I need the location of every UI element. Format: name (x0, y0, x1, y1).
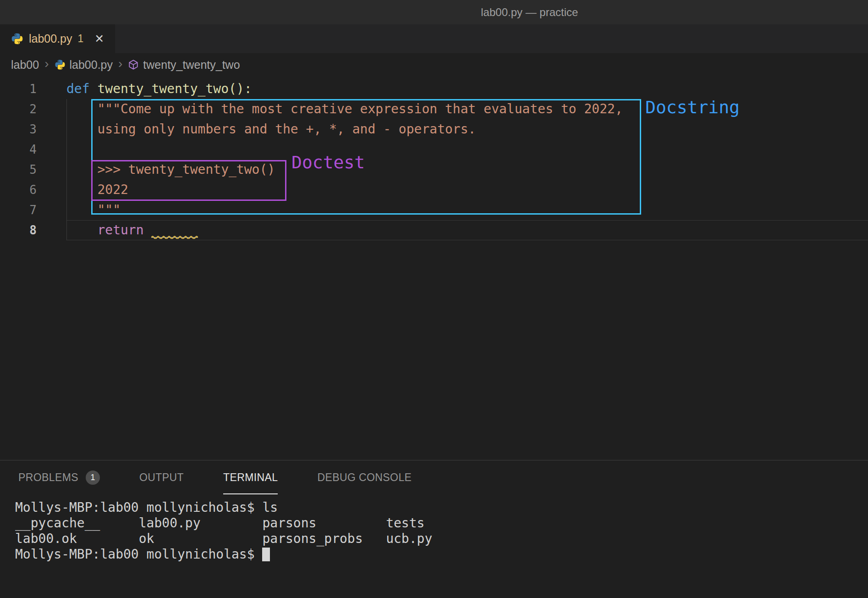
docstring-text: using only numbers and the +, *, and - o… (66, 122, 476, 137)
terminal-line: __pycache__ lab00.py parsons tests (15, 515, 868, 531)
line-number: 5 (29, 163, 37, 177)
breadcrumb-folder[interactable]: lab00 (11, 58, 39, 72)
terminal-prompt: Mollys-MBP:lab00 mollynicholas$ (15, 547, 262, 562)
tab-lab00-py[interactable]: lab00.py 1 ✕ (0, 24, 115, 53)
code-text: using only numbers and the +, *, and - o… (66, 119, 868, 139)
doctest-expected-output: 2022 (66, 182, 128, 197)
bottom-panel: PROBLEMS 1 OUTPUT TERMINAL DEBUG CONSOLE… (0, 460, 868, 598)
close-icon[interactable]: ✕ (94, 32, 104, 45)
panel-tab-label: PROBLEMS (18, 471, 78, 484)
code-text: return ______ (66, 220, 868, 240)
panel-tab-label: TERMINAL (223, 471, 278, 484)
code-line: 3 using only numbers and the +, *, and -… (0, 119, 868, 139)
breadcrumb-file[interactable]: lab00.py (55, 58, 113, 72)
panel-tab-bar: PROBLEMS 1 OUTPUT TERMINAL DEBUG CONSOLE (0, 460, 868, 494)
chevron-right-icon: › (44, 57, 49, 72)
tab-filename: lab00.py (29, 32, 72, 45)
tab-warning-badge: 1 (78, 33, 84, 45)
function-signature: twenty_twenty_two(): (90, 81, 252, 96)
panel-tab-label: OUTPUT (139, 471, 184, 484)
docstring-text: """Come up with the most creative expres… (66, 101, 623, 116)
problems-count-badge: 1 (86, 471, 100, 485)
line-number: 4 (29, 143, 37, 156)
tab-problems[interactable]: PROBLEMS 1 (18, 460, 100, 494)
line-number: 6 (29, 183, 37, 197)
line-number: 8 (29, 223, 37, 237)
code-line-current: 8 return ______ (0, 220, 868, 240)
code-text: 2022 (66, 180, 868, 200)
line-number: 1 (29, 82, 37, 96)
window-title: lab00.py — practice (481, 6, 578, 19)
tab-debug-console[interactable]: DEBUG CONSOLE (317, 460, 412, 494)
code-line: 1 def twenty_twenty_two(): (0, 79, 868, 99)
breadcrumb-folder-label: lab00 (11, 58, 39, 72)
editor-tab-bar: lab00.py 1 ✕ (0, 24, 868, 53)
code-text (66, 139, 868, 160)
breadcrumb-symbol-label: twenty_twenty_two (143, 58, 240, 72)
line-number: 3 (29, 122, 37, 136)
python-icon (55, 59, 66, 70)
window-titlebar: lab00.py — practice (0, 0, 868, 24)
docstring-close: """ (66, 202, 121, 217)
terminal-output[interactable]: Mollys-MBP:lab00 mollynicholas$ ls __pyc… (0, 494, 868, 562)
terminal-line: lab00.ok ok parsons_probs ucb.py (15, 531, 868, 547)
breadcrumb-file-label: lab00.py (70, 58, 113, 72)
tab-terminal[interactable]: TERMINAL (223, 460, 278, 494)
terminal-line: Mollys-MBP:lab00 mollynicholas$ ls (15, 500, 868, 515)
breadcrumb: lab00 › lab00.py › twenty_twenty_two (0, 53, 868, 76)
warning-squiggle-icon (151, 235, 198, 239)
tab-output[interactable]: OUTPUT (139, 460, 184, 494)
code-text: """ (66, 200, 868, 220)
keyword-return: return (66, 222, 151, 238)
missing-expression-blank[interactable]: ______ (151, 221, 198, 240)
line-number: 7 (29, 203, 37, 217)
line-number: 2 (29, 102, 37, 116)
terminal-cursor (262, 548, 270, 561)
code-line: 2 """Come up with the most creative expr… (0, 99, 868, 119)
python-icon (11, 33, 23, 45)
indent-guide (66, 99, 67, 240)
code-line: 7 """ (0, 200, 868, 220)
terminal-prompt-line: Mollys-MBP:lab00 mollynicholas$ (15, 547, 868, 562)
code-text: """Come up with the most creative expres… (66, 99, 868, 119)
symbol-cube-icon (128, 59, 139, 70)
breadcrumb-symbol[interactable]: twenty_twenty_two (128, 58, 240, 72)
code-line: 6 2022 (0, 180, 868, 200)
code-line: 4 (0, 139, 868, 160)
code-text: def twenty_twenty_two(): (66, 79, 868, 99)
doctest-call: >>> twenty_twenty_two() (66, 162, 275, 177)
keyword-def: def (66, 81, 90, 96)
panel-tab-label: DEBUG CONSOLE (317, 471, 412, 484)
chevron-right-icon: › (118, 57, 122, 72)
code-text: >>> twenty_twenty_two() (66, 160, 868, 180)
code-line: 5 >>> twenty_twenty_two() (0, 160, 868, 180)
code-editor[interactable]: 1 def twenty_twenty_two(): 2 """Come up … (0, 76, 868, 460)
